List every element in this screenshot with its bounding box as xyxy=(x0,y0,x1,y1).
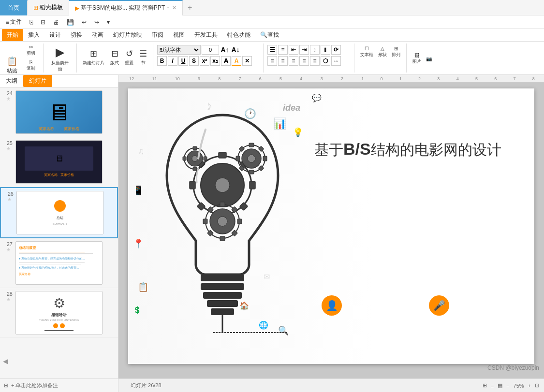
shape-icon: △ xyxy=(381,46,384,51)
add-slide-bar[interactable]: ⊞ + 单击此处添加备注 xyxy=(0,378,118,392)
fit-button[interactable]: ⊡ xyxy=(535,382,539,389)
slide-star-28: ★ xyxy=(6,297,11,302)
tab-slideshow[interactable]: 幻灯片放映 xyxy=(108,29,147,41)
paste-button[interactable]: 📋 粘贴 xyxy=(3,55,21,77)
slide-thumb-25[interactable]: 🖥 英家名称 英家价格 xyxy=(15,140,103,184)
smart-art-button[interactable]: ⬡ xyxy=(321,56,330,66)
copy-button[interactable]: ⎘ 复制 xyxy=(22,58,39,73)
menu-save[interactable]: 💾 xyxy=(63,17,78,28)
slides-tab[interactable]: 幻灯片 xyxy=(23,75,52,87)
font-size-input[interactable] xyxy=(202,45,219,55)
menu-print[interactable]: 🖨 xyxy=(49,17,63,28)
section-button[interactable]: ☰ 节 xyxy=(137,48,149,67)
scroll-left-icon[interactable]: ◀ xyxy=(3,357,8,365)
menu-more[interactable]: ▾ xyxy=(103,17,114,28)
tab-view[interactable]: 视图 xyxy=(168,29,190,41)
tab-animation[interactable]: 动画 xyxy=(87,29,108,41)
tab-home[interactable]: 首页 xyxy=(0,0,28,15)
slide-item-28[interactable]: 28 ★ ⚙ 感谢聆听 THANK YOU FOR LISTENING xyxy=(0,288,118,338)
clear-format-button[interactable]: ✕ xyxy=(242,56,252,66)
tab-template[interactable]: ⊞ 稻壳模板 xyxy=(28,0,69,15)
cut-button[interactable]: ✂ 剪切 xyxy=(22,44,39,58)
font-size-decrease-button[interactable]: A↓ xyxy=(231,45,240,55)
text-color-button[interactable]: A xyxy=(232,56,241,66)
align-justify-button[interactable]: ≡ xyxy=(299,56,309,66)
column-button[interactable]: ⫿ xyxy=(321,45,330,55)
menu-paste[interactable]: ⊡ xyxy=(37,17,49,28)
tab-transition[interactable]: 切换 xyxy=(66,29,87,41)
group-drawing: ☐ 文本框 △ 形状 ⊞ 排列 xyxy=(358,44,407,73)
menu-redo[interactable]: ↪ xyxy=(90,17,103,28)
new-slide-button[interactable]: ⊞ 新建幻灯片 xyxy=(81,48,106,67)
arrange-button[interactable]: ⊞ 排列 xyxy=(390,45,402,59)
menu-undo[interactable]: ↩ xyxy=(78,17,90,28)
picture-button[interactable]: 🖼 图片 xyxy=(411,52,423,66)
slide-item-25[interactable]: 25 ★ 🖥 英家名称 英家价格 xyxy=(0,137,118,187)
bullet-button[interactable]: ☰ xyxy=(267,45,277,55)
menu-copy[interactable]: ⎘ xyxy=(26,17,37,28)
subscript-button[interactable]: x₂ xyxy=(210,56,220,66)
zoom-out-button[interactable]: − xyxy=(506,383,509,389)
slide-thumb-24[interactable]: 🖥 英家名称 英家价格 xyxy=(15,90,103,134)
slide-thumb-27[interactable]: 总结与展望 ● 系统功能总结与展望，已完成的功能和待优化的... ● 系统设计与… xyxy=(15,241,103,285)
tab-review[interactable]: 审阅 xyxy=(147,29,168,41)
menu-file[interactable]: ≡ 文件 xyxy=(2,16,26,28)
sidebar: 大纲 幻灯片 24 ★ 🖥 英家名称 英家价格 25 ★ xyxy=(0,75,118,389)
zoom-in-button[interactable]: + xyxy=(528,383,531,389)
reset-button[interactable]: ↺ 重置 xyxy=(123,48,135,67)
line-spacing-button[interactable]: ↕ xyxy=(310,45,320,55)
doodle-location: 📍 xyxy=(133,238,144,249)
italic-button[interactable]: I xyxy=(168,56,177,66)
tab-design[interactable]: 设计 xyxy=(44,29,66,41)
svg-rect-34 xyxy=(183,157,186,160)
thumb26-subtitle: SUMMARY xyxy=(53,222,68,225)
align-left-button[interactable]: ≡ xyxy=(267,56,277,66)
close-icon[interactable]: ✕ xyxy=(172,5,176,11)
textbox-button[interactable]: ☐ 文本框 xyxy=(358,45,375,59)
slide-item-27[interactable]: 27 ★ 总结与展望 ● 系统功能总结与展望，已完成的功能和待优化的... ● … xyxy=(0,238,118,288)
text-direction-button[interactable]: ⟳ xyxy=(331,45,341,55)
tab-insert[interactable]: 插入 xyxy=(23,29,44,41)
picture-icon: 🖼 xyxy=(414,53,419,58)
bold-button[interactable]: B xyxy=(157,56,167,66)
font-size-increase-button[interactable]: A↑ xyxy=(220,45,230,55)
superscript-button[interactable]: x² xyxy=(200,56,209,66)
layout-button[interactable]: ⊟ 版式 xyxy=(108,48,121,67)
text-shadow-button[interactable]: A̲ xyxy=(221,56,231,66)
slide-star-24: ★ xyxy=(6,96,11,102)
thumb26-circle xyxy=(54,200,66,212)
group-paragraph: ☰ ≡ ⇤ ⇥ ↕ ⫿ ⟳ ≡ ≡ ≡ ≡ ≡ ⬡ ↔ xyxy=(267,44,354,73)
slide-start-button[interactable]: ▶ 从当前开始 xyxy=(47,44,73,74)
tab-search[interactable]: 🔍查找 xyxy=(255,29,284,41)
convert-button[interactable]: ↔ xyxy=(331,56,341,66)
indent-increase-button[interactable]: ⇥ xyxy=(299,45,309,55)
slide-canvas[interactable]: ♪ 🕐 📊 idea 💡 💬 ♫ 📱 📍 📋 💲 🌐 🔍 ✉ 🏠 xyxy=(128,88,534,364)
align-center-button[interactable]: ≡ xyxy=(278,56,288,66)
tab-start[interactable]: 开始 xyxy=(2,29,23,41)
slide-item-24[interactable]: 24 ★ 🖥 英家名称 英家价格 xyxy=(0,87,118,137)
outline-tab[interactable]: 大纲 xyxy=(0,75,23,87)
ribbon-content: 📋 粘贴 ✂ 剪切 ⎘ 复制 🖌 格式刷 粘贴 xyxy=(0,42,544,75)
align-right-button[interactable]: ≡ xyxy=(289,56,298,66)
align-distribute-button[interactable]: ≡ xyxy=(310,56,320,66)
font-name-select[interactable]: 默认字体 xyxy=(157,45,201,55)
numbering-button[interactable]: ≡ xyxy=(278,45,288,55)
tab-special[interactable]: 特色功能 xyxy=(222,29,255,41)
underline-button[interactable]: U xyxy=(178,56,188,66)
menu-bar: ≡ 文件 ⎘ ⊡ 🖨 💾 ↩ ↪ ▾ xyxy=(0,15,544,29)
template-tab-label: 稻壳模板 xyxy=(40,3,63,12)
strikethrough-button[interactable]: S xyxy=(189,56,199,66)
slide-thumb-28[interactable]: ⚙ 感谢聆听 THANK YOU FOR LISTENING xyxy=(15,291,103,334)
view-normal-icon[interactable]: ⊞ xyxy=(483,382,487,389)
add-tab-button[interactable]: + xyxy=(183,3,197,12)
tab-developer[interactable]: 开发工具 xyxy=(190,29,222,41)
screenshot-button[interactable]: 📷 xyxy=(424,55,434,62)
indent-decrease-button[interactable]: ⇤ xyxy=(289,45,298,55)
slide-item-26[interactable]: 26 ★ 总结 SUMMARY xyxy=(0,187,118,238)
shape-button[interactable]: △ 形状 xyxy=(376,45,389,59)
csdn-watermark: CSDN @biyezuopin xyxy=(487,364,539,371)
view-slide-icon[interactable]: ▦ xyxy=(498,382,502,389)
view-outline-icon[interactable]: ≡ xyxy=(491,383,494,389)
tab-doc[interactable]: ▶ 基于SSM的电影... 实现 答辩PPT ↑ ✕ xyxy=(69,0,183,15)
slide-thumb-26[interactable]: 总结 SUMMARY xyxy=(16,191,103,234)
